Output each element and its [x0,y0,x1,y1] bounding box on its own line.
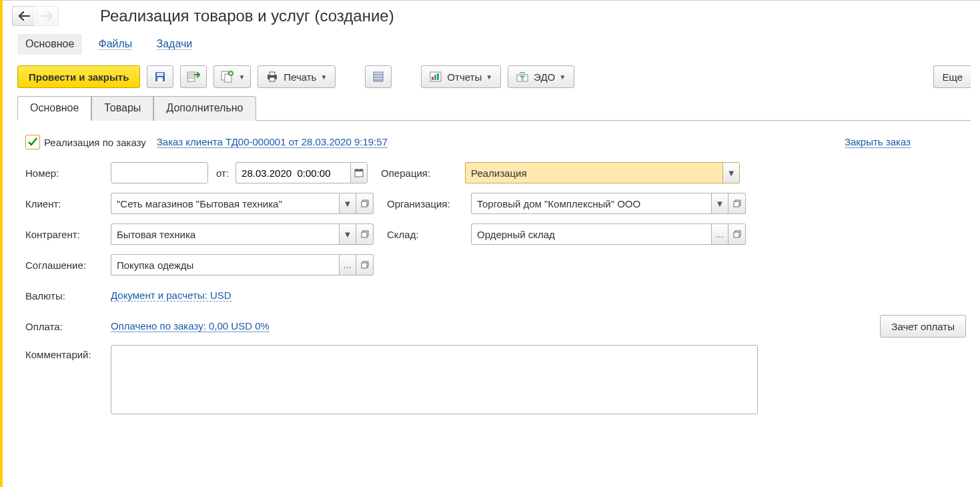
svg-rect-18 [355,169,363,171]
open-icon [361,199,369,207]
tab-goods[interactable]: Товары [91,96,153,121]
svg-rect-8 [270,72,275,75]
warehouse-open-button[interactable] [728,223,746,245]
nav-back-button[interactable] [12,6,35,26]
ellipsis-icon: … [344,260,352,270]
open-icon [733,199,741,207]
chevron-down-icon: ▼ [559,73,566,81]
warehouse-select-button[interactable]: … [711,223,728,245]
edo-button[interactable]: ЭДО ▼ [508,65,574,88]
list-icon [373,71,384,82]
save-icon [154,71,166,83]
tab-additional[interactable]: Дополнительно [153,96,256,121]
client-input[interactable]: "Сеть магазинов "Бытовая техника" [111,193,339,214]
reports-label: Отчеты [447,71,482,83]
svg-rect-24 [362,232,367,237]
number-label: Номер: [25,167,111,179]
print-button[interactable]: Печать ▼ [258,65,336,88]
currency-label: Валюты: [25,290,111,302]
create-based-on-button[interactable]: ▼ [213,65,251,88]
org-open-button[interactable] [728,193,746,214]
top-nav-main[interactable]: Основное [17,34,82,55]
close-order-link[interactable]: Закрыть заказ [845,136,911,148]
comment-label: Комментарий: [25,345,111,360]
svg-rect-16 [523,75,528,81]
post-icon [187,71,200,83]
top-nav-tasks-link[interactable]: Задачи [157,38,193,50]
chevron-down-icon: ▼ [344,229,352,239]
ellipsis-icon: … [716,229,724,239]
svg-rect-26 [734,232,739,237]
agreement-select-button[interactable]: … [339,254,356,276]
client-dropdown-button[interactable]: ▼ [339,193,356,214]
open-icon [361,230,369,238]
printer-icon [266,71,278,82]
svg-rect-1 [157,73,163,76]
by-order-label: Реализация по заказу [44,137,146,148]
edo-icon [516,71,528,82]
form-tabs: Основное Товары Дополнительно [17,96,971,121]
more-button[interactable]: Еще [933,65,971,88]
post-and-close-button[interactable]: Провести и закрыть [17,65,140,88]
svg-rect-2 [157,77,163,81]
save-button[interactable] [147,65,173,88]
chevron-down-icon: ▼ [486,73,492,81]
date-input[interactable] [235,162,350,183]
registers-button[interactable] [365,65,392,88]
date-picker-button[interactable] [350,162,368,183]
arrow-right-icon [41,11,53,21]
warehouse-input[interactable]: Ордерный склад [471,223,711,245]
payment-link[interactable]: Оплачено по заказу: 0,00 USD 0% [111,320,270,332]
agreement-open-button[interactable] [356,254,374,276]
nav-forward-button[interactable] [36,6,59,26]
counterparty-open-button[interactable] [356,223,374,245]
svg-rect-9 [270,77,275,81]
order-link[interactable]: Заказ клиента ТД00-000001 от 28.03.2020 … [157,136,388,148]
operation-label: Операция: [381,167,465,179]
svg-rect-20 [362,201,367,207]
counterparty-label: Контрагент: [25,229,111,240]
org-input[interactable]: Торговый дом "Комплексный" ООО [471,193,711,214]
comment-input[interactable] [111,345,758,414]
agreement-input[interactable]: Покупка одежды [111,254,339,276]
print-label: Печать [284,71,316,83]
toolbar: Провести и закрыть ▼ Печать ▼ [3,61,980,96]
counterparty-dropdown-button[interactable]: ▼ [339,223,356,245]
calendar-icon [354,168,364,177]
payment-offset-button[interactable]: Зачет оплаты [880,315,966,338]
warehouse-label: Склад: [387,229,471,240]
create-based-on-icon [221,71,234,83]
currency-link[interactable]: Документ и расчеты: USD [111,290,231,302]
arrow-left-icon [18,11,30,21]
page-title: Реализация товаров и услуг (создание) [100,7,394,25]
counterparty-input[interactable]: Бытовая техника [111,223,339,245]
operation-dropdown-button[interactable]: ▼ [722,162,740,183]
reports-button[interactable]: Отчеты ▼ [421,65,501,88]
client-open-button[interactable] [356,193,374,214]
svg-rect-13 [434,75,436,80]
org-label: Организация: [387,198,471,209]
chevron-down-icon: ▼ [344,199,352,209]
by-order-checkbox[interactable] [25,135,40,149]
tab-main[interactable]: Основное [17,96,91,121]
svg-rect-14 [437,73,439,80]
svg-rect-22 [734,201,739,207]
client-label: Клиент: [25,198,111,209]
chart-icon [430,71,442,82]
chevron-down-icon: ▼ [320,73,327,81]
open-icon [733,230,741,238]
top-nav-files-link[interactable]: Файлы [98,38,132,50]
svg-rect-15 [517,75,522,81]
operation-input[interactable]: Реализация [465,162,722,183]
org-dropdown-button[interactable]: ▼ [711,193,728,214]
chevron-down-icon: ▼ [716,199,724,209]
agreement-label: Соглашение: [25,260,111,271]
top-nav-files[interactable]: Файлы [90,34,140,55]
edo-label: ЭДО [534,71,555,83]
number-input[interactable] [111,162,208,183]
svg-rect-28 [362,263,367,268]
svg-rect-3 [187,72,195,81]
top-nav: Основное Файлы Задачи [3,31,980,61]
post-button[interactable] [180,65,207,88]
top-nav-tasks[interactable]: Задачи [149,34,201,55]
